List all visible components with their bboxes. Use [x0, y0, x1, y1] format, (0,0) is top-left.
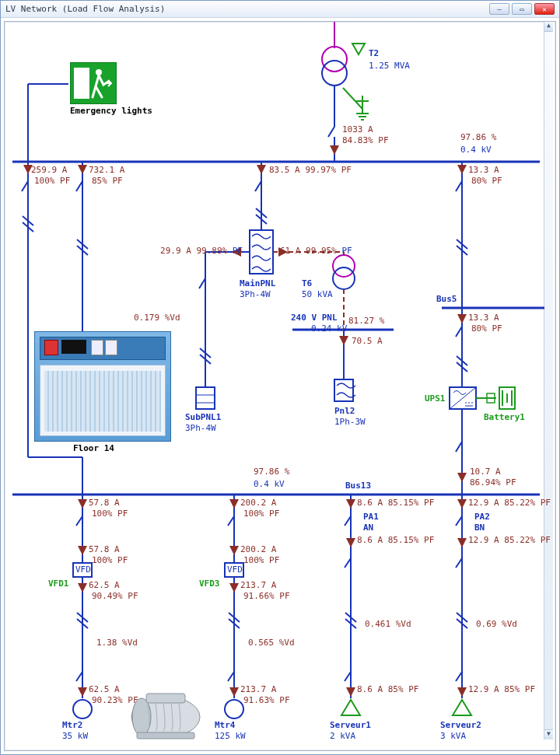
s1-phase: AN: [363, 523, 373, 533]
switchboard-image: [34, 331, 171, 442]
f3-readings: 83.5 A 99.97% PF: [269, 165, 352, 175]
svg-rect-135: [137, 732, 194, 739]
bus5-name: Bus5: [436, 294, 457, 304]
t6-name: T6: [302, 278, 312, 288]
serv1-name: Serveur1: [330, 720, 371, 730]
svg-point-50: [333, 267, 355, 289]
titlebar[interactable]: LV Network (Load Flow Analysis) — ▭ ✕: [1, 1, 559, 18]
svg-marker-6: [352, 44, 365, 54]
battery1-name: Battery1: [484, 412, 525, 422]
m2-bot-pf: 90.23% PF: [92, 695, 138, 705]
f1-pf: 100% PF: [34, 176, 70, 186]
m4-top-a: 200.2 A: [240, 498, 276, 508]
f1-amps: 259.9 A: [31, 165, 67, 175]
svg-text:VFD: VFD: [75, 565, 91, 575]
svg-line-41: [199, 278, 205, 288]
m2-top-a: 57.8 A: [89, 498, 120, 508]
svg-rect-130: [74, 68, 89, 99]
m4-mid-a: 200.2 A: [240, 544, 276, 554]
svg-line-115: [345, 672, 351, 681]
mtr2-rating: 35 kW: [62, 731, 88, 741]
svg-rect-56: [334, 379, 353, 401]
f2-amps: 732.1 A: [89, 165, 124, 175]
svg-line-81: [76, 516, 82, 526]
pnl240-name: 240 V PNL: [291, 313, 338, 323]
serv2-rating: 3 kVA: [440, 731, 466, 741]
s1-bot: 8.6 A 85% PF: [357, 684, 418, 694]
s1-top: 8.6 A 85.15% PF: [357, 498, 434, 508]
svg-line-15: [328, 127, 334, 137]
m4-vfd-a: 213.7 A: [240, 580, 276, 590]
s2-pa: PA2: [474, 512, 490, 522]
t2-name: T2: [369, 48, 379, 58]
vfd3-name: VFD3: [199, 578, 220, 589]
s2-vdrop: 0.69 %Vd: [476, 619, 517, 629]
s2-phase: BN: [474, 523, 485, 533]
bus5-amps: 13.3 A: [468, 313, 499, 323]
bus13-pct: 97.86 %: [254, 467, 289, 477]
svg-line-111: [345, 516, 351, 526]
m2-mid-a: 57.8 A: [89, 544, 120, 554]
m4-vfd-pf: 91.66% PF: [243, 591, 290, 601]
s2-mid: 12.9 A 85.22% PF: [468, 535, 551, 545]
f2-pf: 85% PF: [92, 176, 123, 186]
m4-mid-pf: 100% PF: [243, 555, 279, 565]
svg-line-112: [345, 558, 351, 568]
svg-point-49: [333, 255, 355, 277]
f4-pf: 80% PF: [471, 176, 502, 186]
svg-marker-129: [453, 700, 471, 715]
svg-line-103: [228, 672, 234, 681]
upsout-amps: 10.7 A: [470, 467, 501, 477]
svg-rect-44: [196, 387, 215, 409]
bus13-name: Bus13: [345, 481, 371, 491]
m4-vdrop: 0.565 %Vd: [248, 638, 295, 648]
pnl240-amps: 70.5 A: [352, 336, 383, 346]
serv2-name: Serveur2: [440, 720, 481, 730]
pnl240-voltage: 0.24 kV: [311, 323, 347, 334]
m2-mid-pf: 100% PF: [92, 555, 128, 565]
m4-bot-a: 213.7 A: [240, 684, 276, 694]
pnl240-pct: 81.27 %: [348, 316, 384, 326]
close-button[interactable]: ✕: [534, 3, 555, 15]
mainpnl-type: 3Ph-4W: [240, 289, 271, 299]
ups1-name: UPS1: [425, 393, 446, 404]
svg-line-33: [255, 181, 261, 191]
mainpnl-reading: 29.9 A 99.89% PF: [134, 246, 243, 256]
f4-amps: 13.3 A: [468, 165, 499, 175]
m2-vfd-a: 62.5 A: [89, 580, 120, 590]
bus5-pf: 80% PF: [471, 323, 502, 334]
mtr4-rating: 125 kW: [215, 731, 246, 741]
t6-rating: 50 kVA: [302, 289, 333, 299]
s1-vdrop: 0.461 %Vd: [365, 619, 411, 629]
svg-line-19: [22, 181, 28, 191]
svg-line-78: [456, 442, 462, 452]
busmain-voltage: 0.4 kV: [460, 145, 492, 155]
mtr2-name: Mtr2: [62, 720, 83, 730]
m2-vfd-pf: 90.49% PF: [92, 591, 138, 601]
svg-line-122: [456, 558, 462, 568]
pnl2-name: Pnl2: [334, 406, 355, 416]
vfd1-name: VFD1: [48, 578, 69, 589]
svg-point-5: [322, 61, 347, 86]
app-window: LV Network (Load Flow Analysis) — ▭ ✕ ▲ …: [0, 0, 560, 755]
svg-line-121: [456, 516, 462, 526]
exit-sign-icon: [70, 62, 117, 104]
s1-mid: 8.6 A 85.15% PF: [357, 535, 434, 545]
svg-marker-119: [341, 700, 360, 715]
svg-line-125: [456, 672, 462, 681]
svg-point-93: [73, 700, 92, 718]
diagram-canvas[interactable]: ▲ ▼: [4, 21, 556, 751]
minimize-button[interactable]: —: [489, 3, 509, 15]
svg-line-88: [76, 672, 82, 681]
maximize-button[interactable]: ▭: [512, 3, 532, 15]
bus13-voltage: 0.4 kV: [254, 479, 285, 489]
svg-point-108: [225, 700, 243, 718]
busmain-pct: 97.86 %: [460, 132, 496, 142]
emergency-label: Emergency lights: [70, 106, 152, 116]
mainpnl-name: MainPNL: [240, 278, 275, 288]
m4-bot-pf: 91.63% PF: [243, 695, 290, 705]
svg-line-7: [343, 88, 362, 109]
t6branch-reading: 61 A 99.95% PF: [280, 246, 352, 256]
m2-top-pf: 100% PF: [92, 509, 128, 519]
svg-rect-134: [146, 694, 185, 703]
